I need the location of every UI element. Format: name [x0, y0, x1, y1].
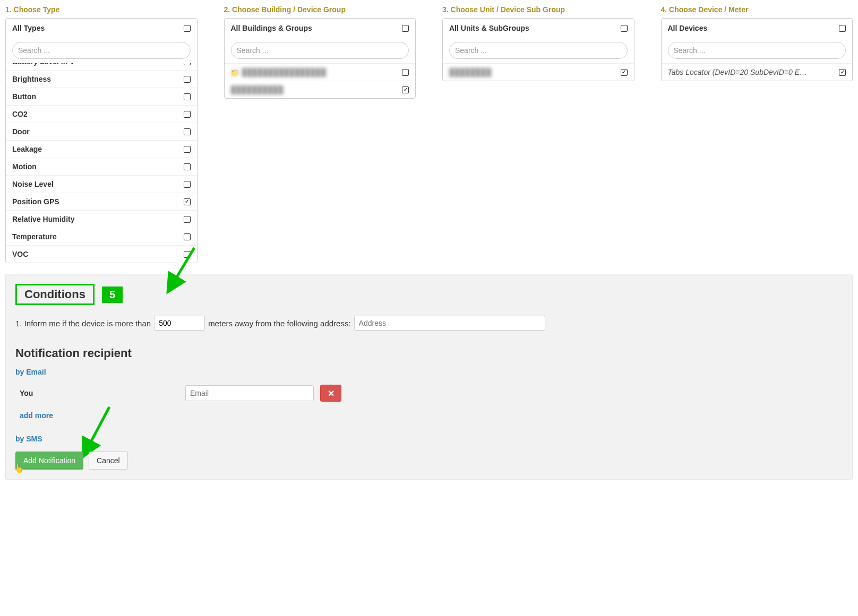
list-item-label: CO2 [12, 110, 28, 118]
step-device-title: 4. Choose Device / Meter [661, 5, 853, 14]
list-item[interactable]: Tabs Locator (DevID=20 SubDevID=0 E… [662, 63, 853, 81]
checkbox-icon[interactable] [184, 181, 191, 188]
list-item[interactable]: 📁████████████████ [225, 63, 416, 81]
list-item-label: Door [12, 127, 30, 136]
conditions-title: Conditions [15, 284, 95, 305]
you-label: You [20, 389, 179, 397]
conditions-section: Conditions 5 1. Inform me if the device … [5, 274, 853, 480]
building-list: 📁██████████████████████████ [225, 63, 416, 98]
list-item-label: Brightness [12, 75, 51, 83]
panel-unit: All Units & SubGroups ████████ [442, 18, 634, 81]
list-item[interactable]: Brightness [6, 70, 197, 88]
list-item-label: ██████████ [231, 85, 284, 94]
search-building-input[interactable] [231, 42, 409, 59]
list-item[interactable]: ████████ [443, 63, 634, 81]
add-notification-button[interactable]: Add Notification [15, 452, 83, 470]
checkbox-all-types[interactable] [184, 25, 191, 32]
close-icon: ✕ [328, 389, 334, 398]
checkbox-icon[interactable] [184, 111, 191, 118]
panel-building-header: All Buildings & Groups [231, 24, 312, 32]
checkbox-icon[interactable] [184, 128, 191, 135]
checkbox-icon[interactable] [184, 163, 191, 170]
condition-text-prefix: 1. Inform me if the device is more than [15, 319, 151, 328]
panel-type: All Types Battery Level in VBrightnessBu… [5, 18, 198, 263]
list-item-label: Motion [12, 162, 37, 171]
list-item[interactable]: Relative Humidity [6, 210, 197, 228]
by-email-link[interactable]: by Email [15, 368, 46, 376]
checkbox-all-units[interactable] [621, 25, 628, 32]
by-sms-link[interactable]: by SMS [15, 435, 843, 443]
add-more-link[interactable]: add more [20, 411, 53, 420]
folder-icon: 📁 [231, 69, 239, 76]
checkbox-icon[interactable] [402, 86, 409, 93]
panel-device: All Devices Tabs Locator (DevID=20 SubDe… [661, 18, 853, 81]
list-item-label: Tabs Locator (DevID=20 SubDevID=0 E… [668, 68, 808, 76]
checkbox-icon[interactable] [184, 251, 191, 258]
step-type-title: 1. Choose Type [5, 5, 198, 14]
unit-list: ████████ [443, 63, 634, 81]
list-item[interactable]: Door [6, 123, 197, 140]
checkbox-icon[interactable] [184, 233, 191, 240]
list-item[interactable]: CO2 [6, 105, 197, 123]
list-item[interactable]: Noise Level [6, 175, 197, 193]
list-item[interactable]: Position GPS [6, 193, 197, 210]
checkbox-icon[interactable] [184, 216, 191, 223]
address-input[interactable] [354, 316, 545, 331]
checkbox-icon[interactable] [621, 69, 628, 76]
list-item-label: Noise Level [12, 180, 54, 188]
search-device-input[interactable] [668, 42, 846, 59]
panel-unit-header: All Units & SubGroups [449, 24, 529, 32]
device-list: Tabs Locator (DevID=20 SubDevID=0 E… [662, 63, 853, 81]
panel-type-header: All Types [12, 24, 45, 32]
cancel-button[interactable]: Cancel [89, 452, 128, 470]
checkbox-icon[interactable] [184, 63, 191, 65]
cursor-hand-icon: 👆 [13, 463, 24, 473]
svg-line-1 [85, 407, 109, 452]
checkbox-icon[interactable] [402, 69, 409, 76]
list-item[interactable]: Motion [6, 158, 197, 175]
email-input[interactable] [185, 385, 314, 401]
list-item-label: Button [12, 92, 36, 101]
step-unit-title: 3. Choose Unit / Device Sub Group [442, 5, 634, 14]
search-type-input[interactable] [12, 42, 191, 59]
search-unit-input[interactable] [449, 42, 628, 59]
recipient-title: Notification recipient [15, 346, 843, 360]
panel-device-header: All Devices [668, 24, 708, 32]
distance-input[interactable] [154, 316, 205, 331]
list-item[interactable]: Leakage [6, 140, 197, 158]
checkbox-icon[interactable] [184, 198, 191, 205]
step-building-title: 2. Choose Building / Device Group [224, 5, 416, 14]
panel-building: All Buildings & Groups 📁████████████████… [224, 18, 416, 99]
list-item-label: Position GPS [12, 197, 59, 206]
delete-recipient-button[interactable]: ✕ [320, 385, 341, 402]
checkbox-icon[interactable] [184, 76, 191, 83]
list-item[interactable]: VOC [6, 245, 197, 263]
list-item[interactable]: Button [6, 88, 197, 105]
checkbox-all-buildings[interactable] [402, 25, 409, 32]
list-item[interactable]: Battery Level in V [6, 63, 197, 70]
step-badge-5: 5 [102, 287, 123, 303]
condition-text-mid: meters away from the following address: [208, 319, 350, 328]
list-item[interactable]: ██████████ [225, 81, 416, 98]
checkbox-icon[interactable] [184, 146, 191, 153]
checkbox-icon[interactable] [184, 93, 191, 100]
type-list: Battery Level in VBrightnessButtonCO2Doo… [6, 63, 197, 263]
list-item-label: ████████████████ [242, 68, 327, 76]
list-item-label: Relative Humidity [12, 215, 74, 223]
list-item-label: Battery Level in V [12, 63, 75, 66]
list-item-label: VOC [12, 250, 28, 258]
list-item-label: ████████ [449, 68, 491, 76]
list-item-label: Temperature [12, 232, 57, 241]
list-item[interactable]: Temperature [6, 228, 197, 245]
checkbox-icon[interactable] [839, 69, 846, 76]
list-item-label: Leakage [12, 145, 42, 153]
checkbox-all-devices[interactable] [839, 25, 846, 32]
